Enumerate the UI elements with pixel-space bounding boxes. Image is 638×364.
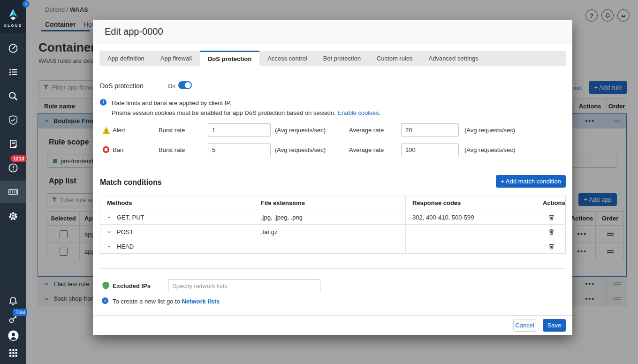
toggle-state-label: On (168, 83, 175, 90)
divider (100, 94, 566, 94)
dialog-title: Edit app-0000 (105, 26, 163, 37)
sidebar-item-apps[interactable] (0, 342, 26, 363)
dialog-footer: Cancel Save (93, 315, 572, 335)
expand-chevron-icon[interactable] (107, 230, 111, 234)
trial-badge: Trial (13, 309, 27, 316)
unit-label: (Avg requests/sec) (464, 127, 515, 134)
checklist-icon (8, 67, 18, 77)
dialog-header: Edit app-0000 (93, 20, 572, 44)
sidebar-item-dashboard[interactable] (0, 38, 26, 59)
dos-protection-label: DoS protection (100, 82, 144, 90)
excluded-ips-input[interactable] (168, 279, 320, 292)
match-conditions-title: Match conditions (100, 178, 162, 187)
tab-custom-rules[interactable]: Custom rules (369, 51, 421, 66)
sidebar-item-defend[interactable] (0, 110, 26, 130)
document-check-icon (8, 139, 18, 149)
info-icon: i (102, 297, 108, 304)
average-rate-label: Average rate (349, 146, 384, 153)
tab-access-control[interactable]: Access control (259, 51, 315, 66)
sidebar-item-settings[interactable] (0, 206, 26, 227)
burst-rate-label: Burst rate (159, 127, 185, 134)
alerts-badge: 1213 (10, 155, 27, 162)
network-lists-link[interactable]: Network lists (182, 298, 220, 305)
expand-chevron-icon[interactable] (107, 244, 111, 249)
cancel-button[interactable]: Cancel (513, 319, 536, 332)
excluded-ips-label: Excluded IPs (113, 282, 151, 289)
rate-limit-info-line1: Rate limits and bans are applied by clie… (112, 99, 231, 106)
prisma-cloud-app: Defend / WAAS ? Container Host Container… (0, 0, 638, 364)
match-row: POST .tar.gz (100, 224, 565, 239)
enable-cookies-link[interactable]: Enable cookies (337, 109, 379, 116)
info-icon: i (100, 99, 106, 106)
unit-label: (Avg requests/sec) (464, 146, 515, 153)
delete-trash-icon[interactable] (548, 214, 555, 221)
tab-advanced-settings[interactable]: Advanced settings (421, 51, 486, 66)
dos-protection-toggle[interactable] (178, 81, 192, 89)
network-lists-info: To create a new list go to Network lists (113, 298, 220, 305)
edit-app-dialog: Edit app-0000 App definition App firewal… (93, 20, 572, 335)
search-icon (8, 91, 18, 101)
bell-icon (8, 296, 18, 306)
ban-row-label: Ban (113, 146, 123, 153)
user-avatar-icon (8, 330, 19, 341)
sidebar: CLOUD › 1213 Trial (0, 0, 26, 364)
sidebar-item-compliance[interactable] (0, 134, 26, 154)
alert-row-label: Alert (113, 127, 125, 134)
gear-icon (8, 211, 18, 221)
alert-average-rate-input[interactable] (401, 123, 459, 136)
alert-burst-rate-input[interactable] (208, 123, 271, 136)
shield-check-icon (8, 115, 18, 125)
dialog-tab-bar: App definition App firewall DoS protecti… (99, 51, 566, 66)
match-table-header: Methods File extensions Response codes A… (100, 196, 565, 210)
ban-burst-rate-input[interactable] (208, 143, 271, 156)
unit-label: (Avg requests/sec) (275, 127, 326, 134)
match-row: GET, PUT .jpg, .jpeg, .png 302, 400-410,… (100, 210, 565, 224)
container-icon (8, 186, 19, 197)
sidebar-item-policies[interactable] (0, 61, 26, 82)
delete-trash-icon[interactable] (548, 228, 555, 235)
average-rate-label: Average rate (349, 127, 384, 134)
save-button[interactable]: Save (543, 319, 566, 332)
match-conditions-table: Methods File extensions Response codes A… (100, 196, 566, 254)
warning-triangle-icon (102, 127, 110, 134)
alert-circle-icon (8, 163, 18, 173)
sidebar-item-containers[interactable] (0, 182, 26, 202)
tab-bot-protection[interactable]: Bot protection (315, 51, 369, 66)
tab-app-definition[interactable]: App definition (99, 51, 152, 66)
unit-label: (Avg requests/sec) (275, 146, 326, 153)
delete-trash-icon[interactable] (548, 243, 555, 250)
shield-green-icon (102, 281, 110, 290)
sidebar-item-search[interactable] (0, 86, 26, 106)
sidebar-expand-button[interactable]: › (23, 0, 30, 8)
ban-icon (102, 146, 110, 153)
gauge-icon (8, 43, 18, 53)
apps-grid-icon (9, 349, 18, 357)
ban-average-rate-input[interactable] (401, 143, 459, 156)
rate-limit-info-line2: Prisma session cookies must be enabled f… (112, 109, 380, 116)
add-match-condition-button[interactable]: + Add match condition (496, 175, 566, 188)
expand-chevron-icon[interactable] (107, 215, 111, 220)
tab-dos-protection[interactable]: DoS protection (200, 51, 259, 66)
burst-rate-label: Burst rate (159, 146, 185, 153)
tab-app-firewall[interactable]: App firewall (152, 51, 200, 66)
match-row: HEAD (100, 239, 565, 253)
divider (100, 268, 566, 269)
